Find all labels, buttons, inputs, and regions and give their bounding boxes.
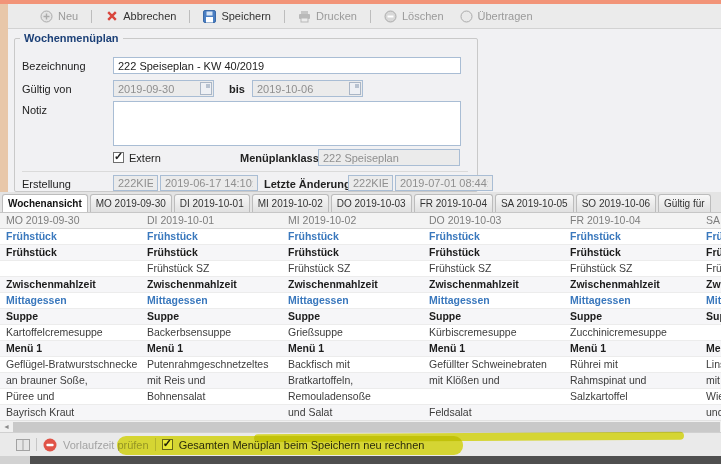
horizontal-scrollbar[interactable] (0, 420, 721, 432)
meal-cell: Kürbiscremesuppe (423, 325, 563, 341)
meal-cell: Lins (700, 357, 721, 373)
tab-do-2019-10-03[interactable]: DO 2019-10-03 (331, 194, 412, 212)
meal-cell: Frühstück SZ (141, 261, 281, 277)
meal-cell: Suppe (0, 309, 140, 325)
bis-input[interactable] (252, 80, 363, 97)
app-window: NeuAbbrechenSpeichernDruckenLöschenÜbert… (0, 0, 721, 464)
meal-cell: Suppe (700, 309, 721, 325)
meal-link-cell[interactable]: Mittagessen (282, 293, 422, 309)
table-row: ZwischenmahlzeitZwischenmahlzeitZwischen… (0, 277, 721, 293)
meal-cell: Backfisch mit (282, 357, 422, 373)
tab-so-2019-10-06[interactable]: SO 2019-10-06 (576, 194, 656, 212)
meal-cell: Suppe (564, 309, 704, 325)
meal-link-cell[interactable]: Frühstück (700, 229, 721, 245)
toolbar-button-speichern[interactable]: Speichern (197, 8, 277, 25)
meal-cell: mit S (700, 373, 721, 389)
meal-cell: Menü 1 (423, 341, 563, 357)
panels-icon[interactable] (16, 439, 30, 451)
tab-gueltig-fuer[interactable]: Gültig für (658, 194, 711, 212)
meal-link-cell[interactable]: Frühstück (564, 229, 704, 245)
calendar-icon[interactable] (349, 82, 361, 95)
meal-cell: Zucchinicremesuppe (564, 325, 704, 341)
meal-link-cell[interactable]: Mittagessen (700, 293, 721, 309)
erstellung-timestamp-input[interactable] (160, 175, 258, 191)
meal-cell: Menü 1 (564, 341, 704, 357)
toolbar-button-uebertragen[interactable]: Übertragen (454, 8, 539, 25)
footer-separator (36, 438, 37, 451)
tab-sa-2019-10-05[interactable]: SA 2019-10-05 (495, 194, 574, 212)
gueltig-von-field (113, 80, 214, 97)
meal-cell: Frühstück SZ (282, 261, 422, 277)
meal-cell: Frühstück (564, 245, 704, 261)
meal-cell: an brauner Soße, (0, 373, 140, 389)
scrollbar-thumb[interactable] (13, 422, 720, 432)
column-header: DO 2019-10-03 (423, 213, 563, 229)
letzte-aenderung-timestamp-input[interactable] (395, 175, 493, 191)
calendar-icon[interactable] (200, 82, 212, 95)
meal-link-cell[interactable]: Mittagessen (423, 293, 563, 309)
stop-icon[interactable] (43, 438, 57, 452)
menueplanklasse-label: Menüplanklasse (240, 152, 325, 164)
toolbar-button-label: Speichern (221, 10, 271, 22)
tab-fr-2019-10-04[interactable]: FR 2019-10-04 (414, 194, 493, 212)
printer-icon (298, 10, 311, 23)
meal-cell: Zwischenmahlzeit (564, 277, 704, 293)
tab-mo-2019-09-30[interactable]: MO 2019-09-30 (90, 194, 172, 212)
recalc-checkbox[interactable] (162, 439, 173, 450)
plus-circle-icon (40, 10, 53, 23)
toolbar-button-neu[interactable]: Neu (34, 8, 84, 25)
table-row: an brauner Soße,mit Reis undBratkartoffe… (0, 373, 721, 389)
meal-cell: Menü 1 (0, 341, 140, 357)
toolbar-button-loeschen[interactable]: Löschen (378, 8, 450, 25)
table-row: Püree undBohnensalatRemouladensoßeSalzka… (0, 389, 721, 405)
meal-cell: Salzkartoffel (564, 389, 704, 405)
column-header: DI 2019-10-01 (141, 213, 281, 229)
gueltig-von-input[interactable] (113, 80, 214, 97)
extern-checkbox[interactable] (113, 152, 124, 163)
meal-link-cell[interactable]: Frühstück (0, 229, 140, 245)
toolbar-separator (189, 10, 190, 23)
meal-cell: Wien (700, 389, 721, 405)
notiz-textarea[interactable] (113, 101, 461, 146)
tab-wochenansicht[interactable]: Wochenansicht (2, 194, 88, 212)
bezeichnung-label: Bezeichnung (22, 60, 86, 72)
toolbar-button-label: Neu (58, 10, 78, 22)
toolbar-button-drucken[interactable]: Drucken (292, 8, 363, 25)
table-header-row: MO 2019-09-30DI 2019-10-01MI 2019-10-02D… (0, 213, 721, 229)
vorlaufzeit-label: Vorlaufzeit prüfen (63, 439, 149, 451)
bezeichnung-input[interactable] (113, 57, 461, 74)
extern-label: Extern (129, 152, 161, 164)
meal-link-cell[interactable]: Mittagessen (141, 293, 281, 309)
table-row: MittagessenMittagessenMittagessenMittage… (0, 293, 721, 309)
toolbar: NeuAbbrechenSpeichernDruckenLöschenÜbert… (8, 4, 721, 29)
toolbar-button-label: Abbrechen (123, 10, 176, 22)
tab-di-2019-10-01[interactable]: DI 2019-10-01 (174, 194, 250, 212)
meal-cell: Remouladensoße (282, 389, 422, 405)
meal-cell: Backerbsensuppe (141, 325, 281, 341)
meal-cell: Feldsalat (423, 405, 563, 420)
meal-cell: Frühstück (423, 245, 563, 261)
toolbar-button-abbrechen[interactable]: Abbrechen (99, 8, 182, 25)
meal-link-cell[interactable]: Mittagessen (564, 293, 704, 309)
column-header: SA 2019-10-05 (700, 213, 721, 229)
tab-mi-2019-10-02[interactable]: MI 2019-10-02 (252, 194, 329, 212)
toolbar-button-label: Übertragen (478, 10, 533, 22)
meal-link-cell[interactable]: Frühstück (423, 229, 563, 245)
meal-cell: Suppe (423, 309, 563, 325)
meal-cell: Frühstück SZ (700, 261, 721, 277)
menueplanklasse-input[interactable] (318, 149, 460, 166)
erstellung-label: Erstellung (22, 178, 71, 190)
meal-cell: und (700, 405, 721, 420)
meal-link-cell[interactable]: Frühstück (141, 229, 281, 245)
tab-bar: WochenansichtMO 2019-09-30DI 2019-10-01M… (0, 192, 721, 213)
meal-cell: Frühstück SZ (423, 261, 563, 277)
column-header: MO 2019-09-30 (0, 213, 140, 229)
week-table: MO 2019-09-30DI 2019-10-01MI 2019-10-02D… (0, 213, 721, 420)
scroll-left-arrow-icon[interactable] (1, 421, 12, 432)
bis-label: bis (229, 83, 245, 95)
meal-link-cell[interactable]: Mittagessen (0, 293, 140, 309)
fieldset-legend: Wochenmenüplan (20, 32, 123, 44)
erstellung-user-input[interactable] (113, 175, 158, 191)
meal-link-cell[interactable]: Frühstück (282, 229, 422, 245)
letzte-aenderung-user-input[interactable] (348, 175, 393, 191)
